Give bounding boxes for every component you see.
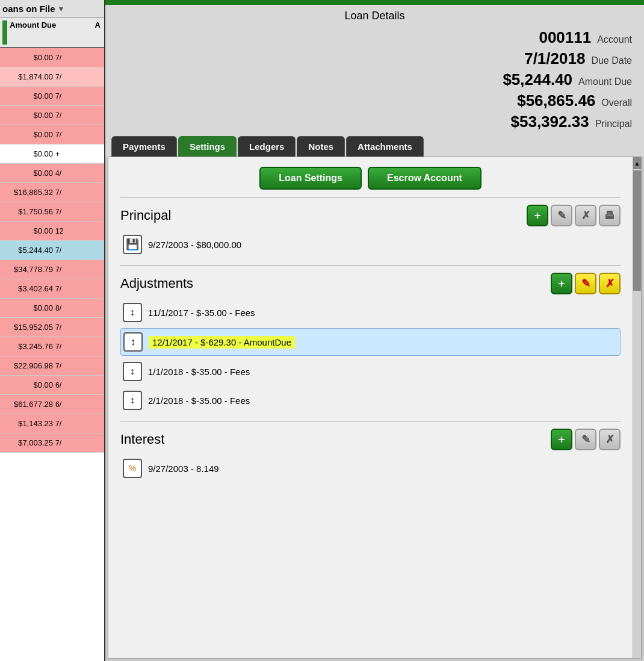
sidebar-row-17[interactable]: $0.00 6/ <box>0 376 104 395</box>
row-amount-2: $0.00 <box>1 92 55 101</box>
interest-add-button[interactable]: + <box>551 429 572 450</box>
tab-ledgers[interactable]: Ledgers <box>238 136 296 157</box>
sidebar-header: oans on File ▼ <box>0 0 104 18</box>
principal-section: Principal + ✎ ✗ 🖶 💾 9/27/2003 - $80,000.… <box>120 197 621 258</box>
adj-item-2[interactable]: ↕ 12/1/2017 - $-629.30 - AmountDue <box>120 328 621 356</box>
sidebar-row-16[interactable]: $22,906.98 7/ <box>0 356 104 376</box>
row-amount-4: $0.00 <box>1 130 55 139</box>
sidebar: oans on File ▼ Amount Due A $0.00 7/ $1,… <box>0 0 105 661</box>
principal-edit-button[interactable]: ✎ <box>551 205 572 226</box>
row-amount-20: $7,003.25 <box>1 438 55 447</box>
overall-value: $56,865.46 <box>517 92 595 110</box>
row-date-14: 7/ <box>55 323 61 332</box>
overall-label: Overall <box>601 98 632 108</box>
row-amount-1: $1,874.00 <box>1 72 55 81</box>
sidebar-row-18[interactable]: $61,677.28 6/ <box>0 395 104 414</box>
interest-delete-button[interactable]: ✗ <box>599 429 621 450</box>
row-amount-13: $0.00 <box>1 303 55 312</box>
row-date-15: 7/ <box>55 343 61 351</box>
sidebar-row-11[interactable]: $34,778.79 7/ <box>0 260 104 279</box>
tab-payments[interactable]: Payments <box>111 136 177 157</box>
interest-item-text: 9/27/2003 - 8.149 <box>148 464 219 474</box>
row-amount-3: $0.00 <box>1 111 55 120</box>
col-header-a: A <box>95 20 103 45</box>
principal-delete-button[interactable]: ✗ <box>575 205 596 226</box>
row-amount-0: $0.00 <box>1 53 55 62</box>
scroll-thumb[interactable] <box>633 170 641 291</box>
adjustments-action-btns: + ✎ ✗ <box>551 273 621 294</box>
scrollbar[interactable]: ▲ <box>633 157 641 658</box>
amount-due-value: $5,244.40 <box>503 70 572 89</box>
adj-item-1-text: 11/1/2017 - $-35.00 - Fees <box>148 308 255 318</box>
sidebar-row-6[interactable]: $0.00 4/ <box>0 164 104 183</box>
sidebar-row-3[interactable]: $0.00 7/ <box>0 106 104 125</box>
row-date-6: 4/ <box>55 169 61 178</box>
interest-item-icon: % <box>123 459 142 478</box>
row-date-7: 7/ <box>55 188 61 197</box>
principal-item-1[interactable]: 💾 9/27/2003 - $80,000.00 <box>120 231 621 258</box>
row-date-1: 7/ <box>55 73 61 81</box>
adj-item-3[interactable]: ↕ 1/1/2018 - $-35.00 - Fees <box>120 358 621 385</box>
adjustments-add-button[interactable]: + <box>551 273 572 294</box>
sidebar-row-1[interactable]: $1,874.00 7/ <box>0 67 104 87</box>
row-amount-16: $22,906.98 <box>1 361 55 370</box>
loan-settings-button[interactable]: Loan Settings <box>259 167 362 190</box>
adj-item-4[interactable]: ↕ 2/1/2018 - $-35.00 - Fees <box>120 387 621 414</box>
principal-print-button[interactable]: 🖶 <box>599 205 621 226</box>
row-amount-17: $0.00 <box>1 380 55 389</box>
sidebar-row-19[interactable]: $1,143.23 7/ <box>0 414 104 433</box>
row-amount-6: $0.00 <box>1 169 55 178</box>
sidebar-row-7[interactable]: $16,865.32 7/ <box>0 183 104 202</box>
overall-row: $56,865.46 Overall <box>517 92 632 110</box>
sidebar-row-10[interactable]: $5,244.40 7/ <box>0 241 104 260</box>
sidebar-rows: $0.00 7/ $1,874.00 7/ $0.00 7/ $0.00 7/ … <box>0 48 104 661</box>
sidebar-row-5[interactable]: $0.00 + <box>0 144 104 164</box>
scroll-up-button[interactable]: ▲ <box>633 157 641 169</box>
sidebar-row-0[interactable]: $0.00 7/ <box>0 48 104 67</box>
row-date-18: 6/ <box>55 400 61 409</box>
sidebar-row-15[interactable]: $3,245.76 7/ <box>0 337 104 356</box>
sidebar-row-12[interactable]: $3,402.64 7/ <box>0 279 104 299</box>
sidebar-row-14[interactable]: $15,952.05 7/ <box>0 318 104 337</box>
interest-edit-button[interactable]: ✎ <box>575 429 596 450</box>
adj-item-1-icon: ↕ <box>123 303 142 322</box>
row-amount-12: $3,402.64 <box>1 284 55 293</box>
sidebar-title: oans on File <box>2 4 55 14</box>
row-amount-19: $1,143.23 <box>1 419 55 428</box>
dropdown-arrow-icon[interactable]: ▼ <box>58 5 65 13</box>
settings-btn-row: Loan Settings Escrow Account <box>120 167 621 190</box>
interest-title: Interest <box>120 432 164 447</box>
adjustments-edit-button[interactable]: ✎ <box>575 273 596 294</box>
adj-item-2-text: 12/1/2017 - $-629.30 - AmountDue <box>149 336 295 349</box>
account-value: 000111 <box>539 28 591 47</box>
account-row: 000111 Account <box>539 28 632 47</box>
header-section: Loan Details 000111 Account 7/1/2018 Due… <box>105 5 644 136</box>
interest-item-1[interactable]: % 9/27/2003 - 8.149 <box>120 455 621 482</box>
row-date-11: 7/ <box>55 265 61 274</box>
due-date-value: 7/1/2018 <box>524 49 585 68</box>
principal-add-button[interactable]: + <box>527 205 548 226</box>
row-date-19: 7/ <box>55 420 61 428</box>
interest-section: Interest + ✎ ✗ % 9/27/2003 - 8.149 <box>120 421 621 482</box>
row-date-5: + <box>55 150 60 158</box>
row-date-8: 7/ <box>55 208 61 216</box>
row-date-13: 8/ <box>55 304 61 312</box>
row-date-4: 7/ <box>55 131 61 139</box>
row-date-3: 7/ <box>55 111 61 120</box>
principal-item-icon: 💾 <box>123 235 142 254</box>
sidebar-row-9[interactable]: $0.00 12 <box>0 222 104 241</box>
sidebar-row-8[interactable]: $1,750.56 7/ <box>0 202 104 222</box>
tab-settings[interactable]: Settings <box>178 136 237 157</box>
sidebar-row-20[interactable]: $7,003.25 7/ <box>0 433 104 453</box>
sidebar-row-4[interactable]: $0.00 7/ <box>0 125 104 144</box>
principal-action-btns: + ✎ ✗ 🖶 <box>527 205 621 226</box>
tab-notes[interactable]: Notes <box>297 136 345 157</box>
sidebar-row-13[interactable]: $0.00 8/ <box>0 299 104 318</box>
adj-item-2-icon: ↕ <box>123 332 143 352</box>
row-amount-15: $3,245.76 <box>1 342 55 351</box>
adjustments-delete-button[interactable]: ✗ <box>599 273 621 294</box>
adj-item-1[interactable]: ↕ 11/1/2017 - $-35.00 - Fees <box>120 299 621 326</box>
escrow-account-button[interactable]: Escrow Account <box>368 167 481 190</box>
sidebar-row-2[interactable]: $0.00 7/ <box>0 87 104 106</box>
tab-attachments[interactable]: Attachments <box>346 136 424 157</box>
